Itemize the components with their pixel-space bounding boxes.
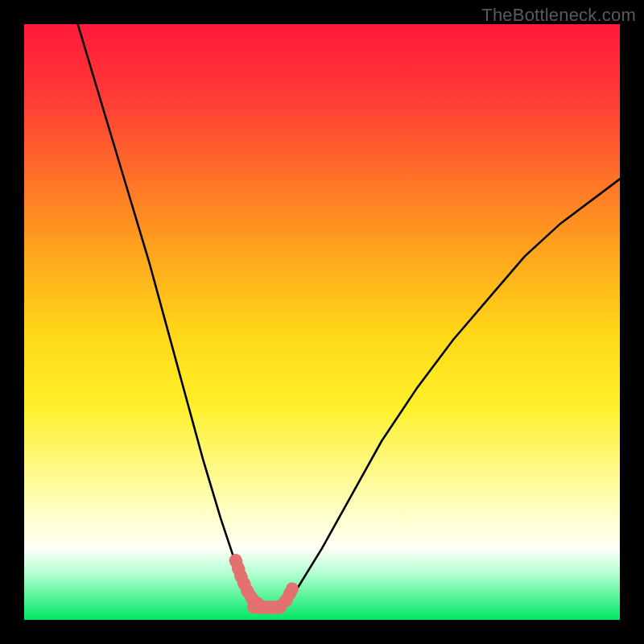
- left-curve: [78, 24, 275, 609]
- curve-layer: [24, 24, 620, 620]
- trough-highlight: [236, 560, 292, 608]
- plot-area: [24, 24, 620, 620]
- highlight-group: [236, 560, 299, 608]
- right-curve: [275, 179, 620, 609]
- chart-frame: TheBottleneck.com: [0, 0, 644, 644]
- trough-end-dot: [286, 583, 299, 596]
- watermark-text: TheBottleneck.com: [481, 5, 636, 26]
